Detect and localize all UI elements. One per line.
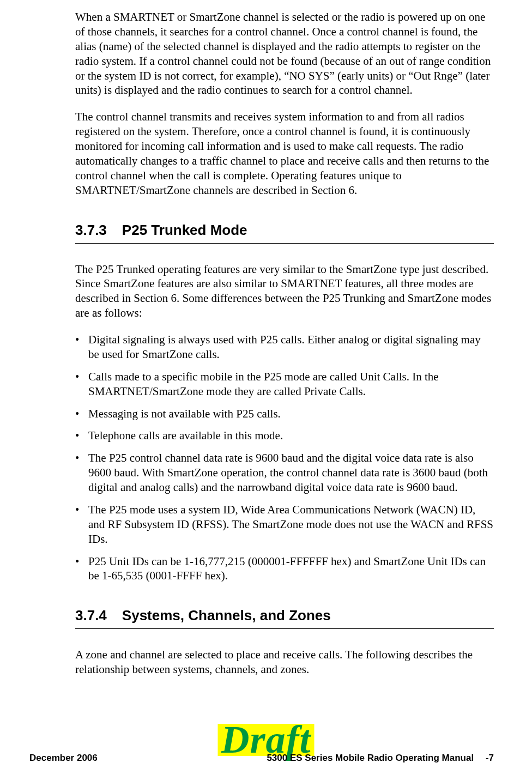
heading-number: 3.7.3 xyxy=(75,222,107,239)
paragraph-intro-2: The control channel transmits and receiv… xyxy=(75,110,494,197)
heading-title: P25 Trunked Mode xyxy=(122,222,247,238)
list-item: Telephone calls are available in this mo… xyxy=(75,428,494,443)
heading-title: Systems, Channels, and Zones xyxy=(122,607,331,623)
list-item: Messaging is not available with P25 call… xyxy=(75,407,494,421)
footer-date: December 2006 xyxy=(29,753,98,764)
bullet-list-373: Digital signaling is always used with P2… xyxy=(75,332,494,583)
list-item: Calls made to a specific mobile in the P… xyxy=(75,370,494,399)
heading-rule xyxy=(75,243,494,244)
paragraph-intro-1: When a SMARTNET or SmartZone channel is … xyxy=(75,10,494,98)
watermark-draft: Draft xyxy=(218,724,315,756)
list-item: Digital signaling is always used with P2… xyxy=(75,332,494,362)
page: When a SMARTNET or SmartZone channel is … xyxy=(0,0,532,781)
paragraph-373-intro: The P25 Trunked operating features are v… xyxy=(75,262,494,321)
heading-3-7-4: 3.7.4Systems, Channels, and Zones xyxy=(75,607,494,627)
heading-3-7-3: 3.7.3P25 Trunked Mode xyxy=(75,222,494,242)
list-item: The P25 control channel data rate is 960… xyxy=(75,451,494,495)
list-item: The P25 mode uses a system ID, Wide Area… xyxy=(75,502,494,547)
paragraph-374-intro: A zone and channel are selected to place… xyxy=(75,647,494,677)
heading-rule xyxy=(75,628,494,629)
list-item: P25 Unit IDs can be 1-16,777,215 (000001… xyxy=(75,554,494,584)
footer-manual-title: 5300 ES Series Mobile Radio Operating Ma… xyxy=(267,753,494,764)
heading-number: 3.7.4 xyxy=(75,607,107,624)
